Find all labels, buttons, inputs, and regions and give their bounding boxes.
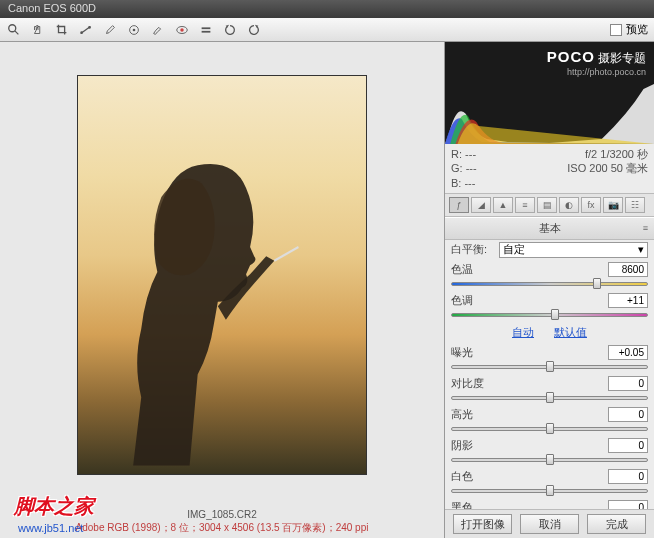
white-value[interactable]: 0 <box>608 469 648 484</box>
crop-tool-icon[interactable] <box>54 22 70 38</box>
sampler-tool-icon[interactable] <box>126 22 142 38</box>
prefs-icon[interactable] <box>198 22 214 38</box>
tab-lens[interactable]: ◐ <box>559 197 579 213</box>
shadow-value[interactable]: 0 <box>608 438 648 453</box>
straighten-tool-icon[interactable] <box>78 22 94 38</box>
tab-fx[interactable]: fx <box>581 197 601 213</box>
brush-tool-icon[interactable] <box>150 22 166 38</box>
contrast-value[interactable]: 0 <box>608 376 648 391</box>
black-value[interactable]: 0 <box>608 500 648 509</box>
zoom-tool-icon[interactable] <box>6 22 22 38</box>
white-label: 白色 <box>451 469 495 484</box>
svg-point-8 <box>180 28 184 32</box>
wb-select[interactable]: 自定▾ <box>499 242 648 258</box>
default-link[interactable]: 默认值 <box>554 325 587 340</box>
shadow-slider[interactable] <box>451 457 648 463</box>
hand-tool-icon[interactable] <box>30 22 46 38</box>
highlight-slider[interactable] <box>451 426 648 432</box>
exposure-value[interactable]: +0.05 <box>608 345 648 360</box>
highlight-value[interactable]: 0 <box>608 407 648 422</box>
camera-model: Canon EOS 600D <box>8 2 96 14</box>
eyedropper-tool-icon[interactable] <box>102 22 118 38</box>
rotate-cw-icon[interactable] <box>246 22 262 38</box>
footer-buttons: 打开图像 取消 完成 <box>445 509 654 538</box>
highlight-label: 高光 <box>451 407 495 422</box>
toolbar: 预览 <box>0 18 654 42</box>
tab-hsl[interactable]: ≡ <box>515 197 535 213</box>
svg-line-11 <box>274 247 298 261</box>
svg-rect-10 <box>202 30 211 32</box>
auto-default-links: 自动 默认值 <box>445 322 654 343</box>
preview-image[interactable] <box>77 75 367 475</box>
chevron-down-icon: ▾ <box>638 243 644 256</box>
histogram[interactable]: POCO 摄影专题 http://photo.poco.cn <box>445 42 654 144</box>
fstop-value: f/2 1/3200 秒 <box>550 147 649 161</box>
preview-area: IMG_1085.CR2 Adobe RGB (1998)；8 位；3004 x… <box>0 42 444 538</box>
tab-detail[interactable]: ▲ <box>493 197 513 213</box>
svg-rect-9 <box>202 27 211 29</box>
site-url: www.jb51.net <box>18 522 83 534</box>
tab-presets[interactable]: ☷ <box>625 197 645 213</box>
done-button[interactable]: 完成 <box>587 514 646 534</box>
contrast-slider[interactable] <box>451 395 648 401</box>
adjustment-tabs: ƒ ◢ ▲ ≡ ▤ ◐ fx 📷 ☷ <box>445 194 654 217</box>
black-label: 黑色 <box>451 500 495 509</box>
side-panel: POCO 摄影专题 http://photo.poco.cn R: --- G:… <box>444 42 654 538</box>
tab-camera[interactable]: 📷 <box>603 197 623 213</box>
tab-basic[interactable]: ƒ <box>449 197 469 213</box>
tint-value[interactable]: +11 <box>608 293 648 308</box>
rgb-info: R: --- G: --- B: --- f/2 1/3200 秒 ISO 20… <box>445 144 654 194</box>
tint-label: 色调 <box>451 293 495 308</box>
section-menu-icon[interactable]: ≡ <box>643 223 648 233</box>
svg-point-6 <box>133 28 136 31</box>
auto-link[interactable]: 自动 <box>512 325 534 340</box>
tint-slider[interactable] <box>451 312 648 318</box>
open-image-button[interactable]: 打开图像 <box>453 514 512 534</box>
site-watermark: 脚本之家 <box>14 493 94 520</box>
b-value: B: --- <box>451 176 550 190</box>
poco-watermark: POCO 摄影专题 http://photo.poco.cn <box>547 48 646 77</box>
rotate-ccw-icon[interactable] <box>222 22 238 38</box>
preview-checkbox[interactable] <box>610 24 622 36</box>
temp-slider[interactable] <box>451 281 648 287</box>
redeye-tool-icon[interactable] <box>174 22 190 38</box>
shadow-label: 阴影 <box>451 438 495 453</box>
svg-line-1 <box>15 30 19 34</box>
white-slider[interactable] <box>451 488 648 494</box>
svg-point-3 <box>80 31 83 34</box>
preview-label: 预览 <box>626 22 648 37</box>
g-value: G: --- <box>451 161 550 175</box>
temp-value[interactable]: 8600 <box>608 262 648 277</box>
contrast-label: 对比度 <box>451 376 495 391</box>
temp-label: 色温 <box>451 262 495 277</box>
svg-point-4 <box>88 26 91 29</box>
svg-point-0 <box>9 24 16 31</box>
iso-value: ISO 200 50 毫米 <box>550 161 649 175</box>
r-value: R: --- <box>451 147 550 161</box>
section-basic-header: 基本 ≡ <box>445 217 654 240</box>
exposure-label: 曝光 <box>451 345 495 360</box>
wb-label: 白平衡: <box>451 242 495 257</box>
tab-split[interactable]: ▤ <box>537 197 557 213</box>
exposure-slider[interactable] <box>451 364 648 370</box>
cancel-button[interactable]: 取消 <box>520 514 579 534</box>
tab-curve[interactable]: ◢ <box>471 197 491 213</box>
titlebar: Canon EOS 600D <box>0 0 654 18</box>
